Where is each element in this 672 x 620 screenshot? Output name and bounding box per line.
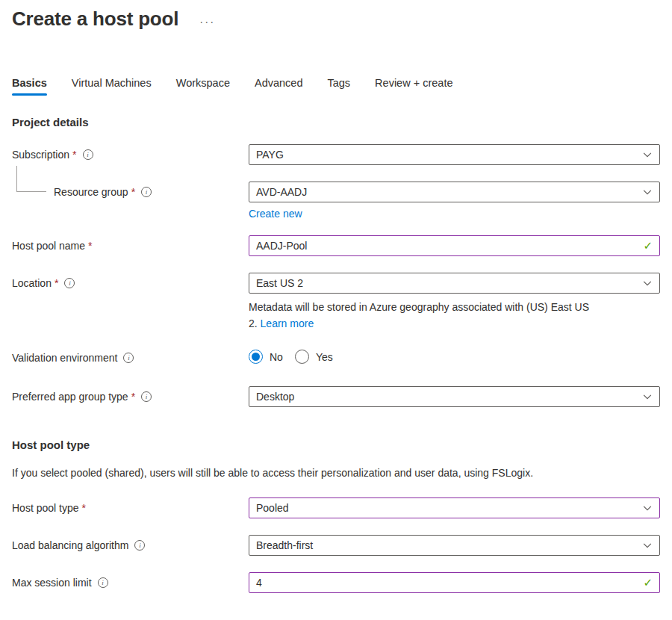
validation-environment-row: Validation environment i No Yes bbox=[12, 347, 660, 365]
location-label: Location * i bbox=[12, 273, 249, 332]
host-pool-type-value: Pooled bbox=[256, 502, 636, 514]
tab-bar: Basics Virtual Machines Workspace Advanc… bbox=[12, 77, 660, 96]
preferred-app-group-type-dropdown[interactable]: Desktop bbox=[249, 386, 660, 407]
subscription-row: Subscription * i PAYG bbox=[12, 144, 660, 165]
valid-check-icon: ✓ bbox=[643, 576, 653, 589]
info-icon[interactable]: i bbox=[98, 577, 108, 588]
load-balancing-algorithm-dropdown[interactable]: Breadth-first bbox=[249, 535, 660, 556]
resource-group-value: AVD-AADJ bbox=[256, 186, 636, 198]
valid-check-icon: ✓ bbox=[643, 239, 653, 252]
page-header: Create a host pool ··· bbox=[12, 4, 660, 31]
info-icon[interactable]: i bbox=[123, 353, 134, 363]
preferred-app-group-type-row: Preferred app group type * i Desktop bbox=[12, 386, 660, 407]
validation-environment-radio-group: No Yes bbox=[249, 347, 660, 364]
indent-connector-line bbox=[16, 166, 46, 192]
required-asterisk: * bbox=[72, 149, 76, 161]
host-pool-name-label: Host pool name * bbox=[12, 235, 249, 256]
info-icon[interactable]: i bbox=[83, 149, 93, 160]
resource-group-row: Resource group * i AVD-AADJ Create new bbox=[12, 182, 660, 220]
chevron-down-icon bbox=[642, 503, 653, 513]
location-value: East US 2 bbox=[256, 277, 636, 289]
more-options-icon[interactable]: ··· bbox=[199, 15, 215, 28]
info-icon[interactable]: i bbox=[141, 187, 152, 197]
info-icon[interactable]: i bbox=[64, 278, 75, 288]
location-row: Location * i East US 2 Metadata will be … bbox=[12, 273, 660, 332]
required-asterisk: * bbox=[88, 240, 92, 252]
chevron-down-icon bbox=[642, 187, 653, 197]
location-dropdown[interactable]: East US 2 bbox=[249, 273, 660, 294]
load-balancing-algorithm-row: Load balancing algorithm i Breadth-first bbox=[12, 535, 660, 556]
tab-review-create[interactable]: Review + create bbox=[375, 77, 452, 96]
max-session-limit-input[interactable] bbox=[256, 577, 637, 589]
radio-yes[interactable]: Yes bbox=[295, 350, 333, 364]
tab-advanced[interactable]: Advanced bbox=[255, 77, 303, 96]
chevron-down-icon bbox=[642, 540, 653, 551]
location-helper-text: Metadata will be stored in Azure geograp… bbox=[249, 299, 660, 332]
chevron-down-icon bbox=[642, 391, 653, 402]
tab-tags[interactable]: Tags bbox=[327, 77, 350, 96]
resource-group-label: Resource group * i bbox=[12, 182, 249, 220]
radio-circle-icon bbox=[295, 350, 309, 364]
tab-basics[interactable]: Basics bbox=[12, 77, 47, 96]
learn-more-link[interactable]: Learn more bbox=[261, 317, 314, 329]
subscription-value: PAYG bbox=[256, 149, 636, 161]
preferred-app-group-type-value: Desktop bbox=[256, 391, 636, 403]
chevron-down-icon bbox=[642, 149, 653, 160]
preferred-app-group-type-label: Preferred app group type * i bbox=[12, 386, 249, 407]
required-asterisk: * bbox=[131, 391, 135, 403]
page-title: Create a host pool bbox=[12, 7, 178, 31]
chevron-down-icon bbox=[642, 278, 653, 288]
load-balancing-algorithm-label: Load balancing algorithm i bbox=[12, 535, 249, 556]
max-session-limit-field[interactable]: ✓ bbox=[249, 572, 660, 593]
max-session-limit-row: Max session limit i ✓ bbox=[12, 572, 660, 593]
required-asterisk: * bbox=[55, 277, 58, 290]
host-pool-type-description: If you select pooled (shared), users wil… bbox=[12, 467, 660, 479]
project-details-heading: Project details bbox=[12, 116, 660, 128]
host-pool-type-dropdown[interactable]: Pooled bbox=[249, 497, 660, 518]
load-balancing-algorithm-value: Breadth-first bbox=[256, 539, 636, 551]
tab-workspace[interactable]: Workspace bbox=[176, 77, 230, 96]
subscription-label: Subscription * i bbox=[12, 144, 249, 165]
radio-no[interactable]: No bbox=[249, 350, 283, 364]
host-pool-name-row: Host pool name * ✓ bbox=[12, 235, 660, 256]
host-pool-name-input[interactable] bbox=[256, 240, 637, 252]
host-pool-name-field[interactable]: ✓ bbox=[249, 235, 660, 256]
radio-circle-icon bbox=[249, 350, 263, 364]
host-pool-type-heading: Host pool type bbox=[12, 438, 660, 451]
required-asterisk: * bbox=[82, 502, 86, 515]
host-pool-type-row: Host pool type * Pooled bbox=[12, 497, 660, 518]
tab-virtual-machines[interactable]: Virtual Machines bbox=[72, 77, 152, 96]
validation-environment-label: Validation environment i bbox=[12, 347, 249, 365]
info-icon[interactable]: i bbox=[141, 391, 152, 402]
max-session-limit-label: Max session limit i bbox=[12, 572, 249, 593]
info-icon[interactable]: i bbox=[134, 540, 145, 551]
resource-group-dropdown[interactable]: AVD-AADJ bbox=[249, 182, 660, 202]
required-asterisk: * bbox=[131, 186, 135, 199]
subscription-dropdown[interactable]: PAYG bbox=[249, 144, 660, 165]
host-pool-type-label: Host pool type * bbox=[12, 497, 249, 518]
create-new-link[interactable]: Create new bbox=[249, 208, 302, 220]
